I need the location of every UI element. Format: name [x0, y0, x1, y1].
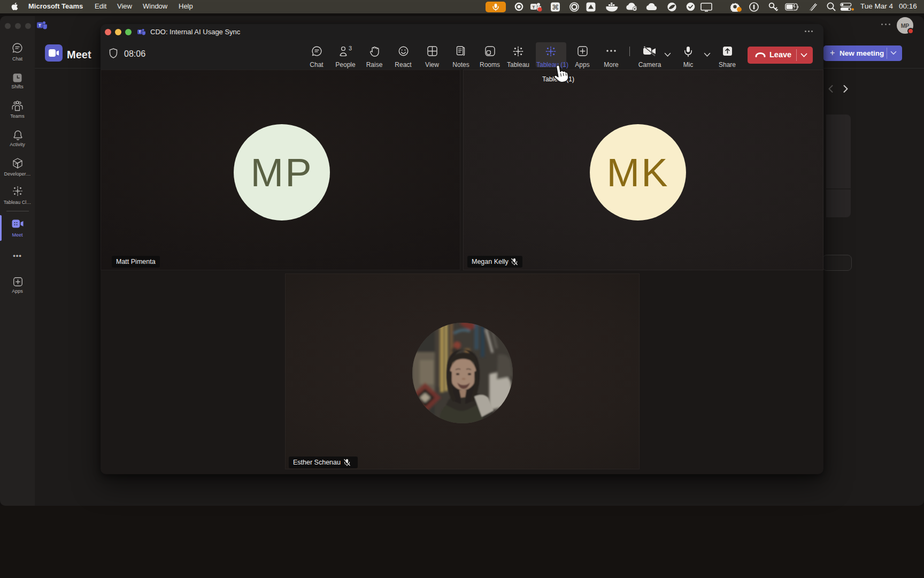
svg-text:T: T [38, 23, 41, 28]
svg-text:T: T [138, 30, 141, 34]
svg-text:3: 3 [349, 46, 352, 51]
svg-text:T: T [533, 5, 535, 10]
svg-text:⌘: ⌘ [552, 3, 559, 11]
